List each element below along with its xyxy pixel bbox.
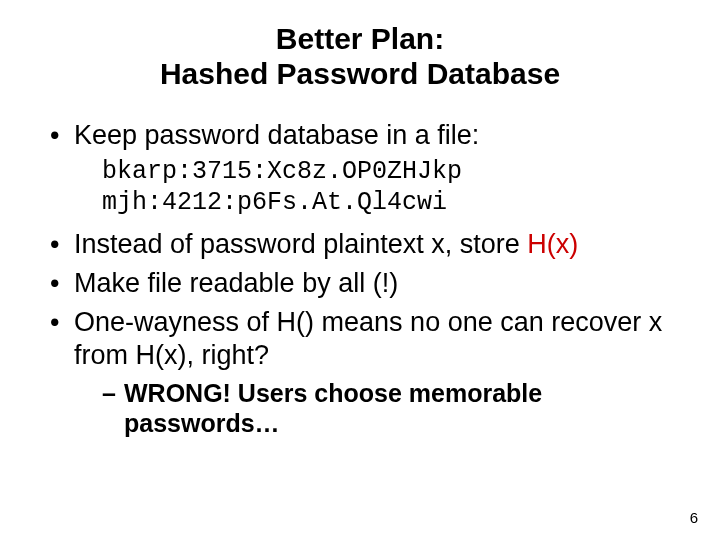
bullet-2-hx: H(x) (527, 229, 578, 259)
slide: Better Plan: Hashed Password Database Ke… (0, 0, 720, 540)
sub-list: WRONG! Users choose memorable passwords… (102, 378, 692, 438)
sub-bullet-1-text: WRONG! Users choose memorable passwords… (124, 379, 542, 437)
bullet-list: Keep password database in a file: bkarp:… (28, 119, 692, 438)
bullet-4-text: One-wayness of H() means no one can reco… (74, 307, 662, 370)
bullet-3: Make file readable by all (!) (50, 267, 692, 300)
slide-title: Better Plan: Hashed Password Database (28, 22, 692, 91)
title-line-2: Hashed Password Database (160, 57, 560, 90)
title-line-1: Better Plan: (276, 22, 444, 55)
bullet-2: Instead of password plaintext x, store H… (50, 228, 692, 261)
page-number: 6 (690, 509, 698, 526)
bullet-1: Keep password database in a file: bkarp:… (50, 119, 692, 218)
sub-bullet-1: WRONG! Users choose memorable passwords… (102, 378, 692, 438)
code-line-2: mjh:4212:p6Fs.At.Ql4cwi (102, 188, 447, 217)
code-block: bkarp:3715:Xc8z.OP0ZHJkp mjh:4212:p6Fs.A… (102, 156, 692, 219)
code-line-1: bkarp:3715:Xc8z.OP0ZHJkp (102, 157, 462, 186)
bullet-3-text: Make file readable by all (!) (74, 268, 398, 298)
bullet-1-text: Keep password database in a file: (74, 120, 479, 150)
bullet-4: One-wayness of H() means no one can reco… (50, 306, 692, 438)
bullet-2-text: Instead of password plaintext x, store (74, 229, 527, 259)
